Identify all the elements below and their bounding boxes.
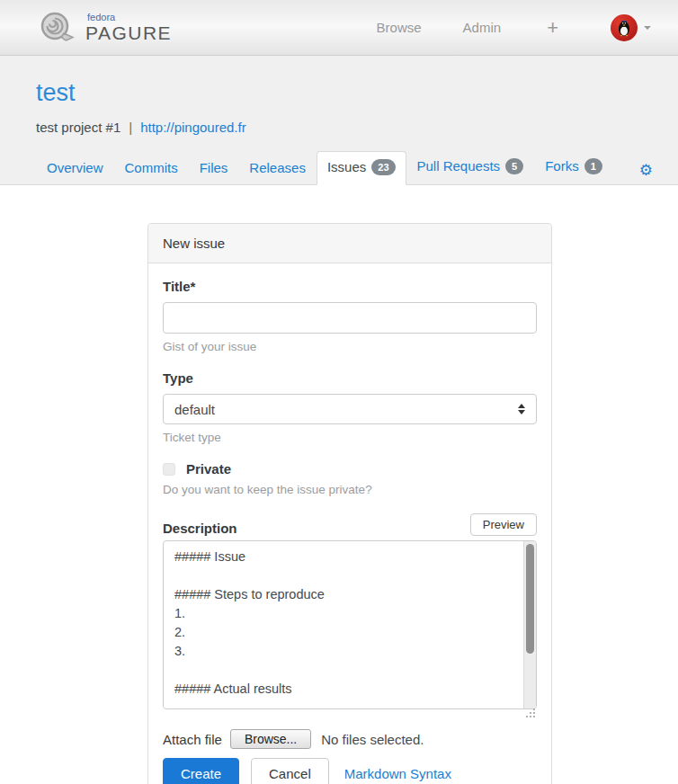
tab-pull-requests[interactable]: Pull Requests5	[406, 150, 535, 184]
type-selected-value: default	[174, 402, 215, 417]
textarea-scrollbar[interactable]	[523, 541, 536, 708]
tab-files[interactable]: Files	[189, 152, 239, 184]
tab-releases[interactable]: Releases	[238, 152, 317, 184]
forks-count-badge: 1	[584, 158, 602, 174]
attach-file-row: Attach file Browse... No files selected.	[163, 729, 537, 749]
type-help-text: Ticket type	[163, 431, 537, 444]
cancel-button[interactable]: Cancel	[251, 758, 329, 784]
pagure-home-link[interactable]: fedora PAGURE	[36, 7, 172, 48]
panel-title: New issue	[148, 224, 551, 263]
type-label: Type	[163, 370, 537, 386]
tab-issues[interactable]: Issues23	[317, 151, 406, 185]
browse-button[interactable]: Browse...	[230, 729, 311, 749]
nav-admin[interactable]: Admin	[442, 20, 522, 35]
no-files-text: No files selected.	[321, 732, 424, 747]
project-title-link[interactable]: test	[36, 79, 76, 107]
private-checkbox[interactable]	[163, 463, 175, 476]
project-description: test project #1	[36, 120, 120, 135]
type-field-group: Type default Ticket type	[163, 370, 537, 444]
add-plus-icon[interactable]: +	[522, 18, 584, 38]
form-actions: Create Cancel Markdown Syntax	[163, 758, 537, 784]
private-help-text: Do you want to keep the issue private?	[163, 483, 537, 496]
title-field-group: Title* Gist of your issue	[163, 279, 537, 353]
project-tabs: Overview Commits Files Releases Issues23…	[0, 150, 678, 185]
user-menu[interactable]	[584, 14, 651, 41]
project-subtitle: test project #1|http://pingoured.fr	[36, 120, 642, 135]
description-textarea[interactable]: ##### Issue ##### Steps to reproduce 1. …	[163, 540, 537, 709]
tab-commits[interactable]: Commits	[114, 152, 189, 184]
settings-gear-icon[interactable]: ⚙	[639, 163, 653, 184]
project-url-link[interactable]: http://pingoured.fr	[140, 120, 246, 135]
brand-fedora: fedora	[87, 13, 172, 22]
caret-down-icon	[644, 26, 651, 30]
tux-icon	[616, 19, 632, 37]
new-issue-panel: New issue Title* Gist of your issue Type…	[147, 223, 552, 784]
top-navbar: fedora PAGURE Browse Admin +	[0, 0, 678, 56]
preview-button[interactable]: Preview	[470, 513, 537, 536]
brand-pagure: PAGURE	[85, 23, 172, 42]
user-avatar	[611, 14, 638, 41]
create-button[interactable]: Create	[163, 758, 239, 784]
type-select[interactable]: default	[163, 394, 537, 424]
pull-requests-count-badge: 5	[505, 158, 523, 174]
private-field-group: Private Do you want to keep the issue pr…	[163, 461, 537, 496]
title-input[interactable]	[163, 302, 537, 334]
select-updown-icon	[518, 404, 525, 414]
tab-overview[interactable]: Overview	[36, 152, 114, 184]
navbar-items: Browse Admin +	[356, 14, 651, 41]
description-field-group: Description Preview ##### Issue ##### St…	[163, 513, 537, 709]
scrollbar-thumb[interactable]	[526, 544, 534, 654]
nav-browse[interactable]: Browse	[356, 20, 442, 35]
issues-count-badge: 23	[371, 159, 395, 175]
title-label: Title*	[163, 279, 537, 294]
title-help-text: Gist of your issue	[163, 340, 537, 353]
description-label: Description	[163, 521, 237, 536]
project-header: test test project #1|http://pingoured.fr…	[0, 56, 678, 185]
main-content: New issue Title* Gist of your issue Type…	[0, 185, 678, 784]
subtitle-separator: |	[129, 120, 132, 135]
tab-forks[interactable]: Forks1	[534, 150, 613, 184]
markdown-syntax-link[interactable]: Markdown Syntax	[344, 766, 451, 781]
attach-file-label: Attach file	[163, 732, 222, 747]
private-label[interactable]: Private	[186, 461, 231, 477]
snail-logo-icon	[36, 7, 77, 48]
